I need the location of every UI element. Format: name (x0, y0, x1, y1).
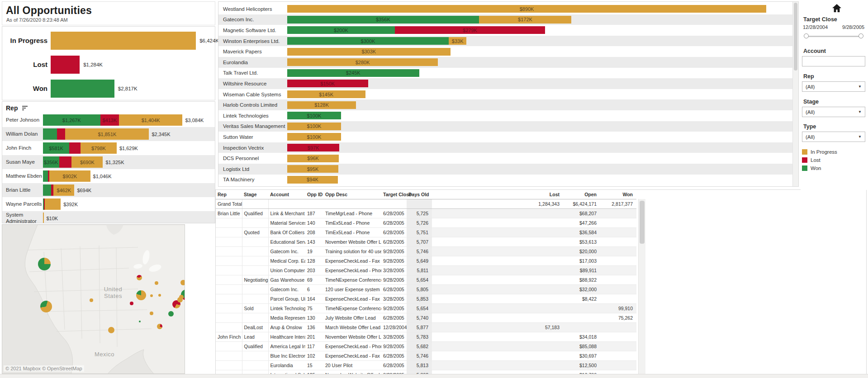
table-row[interactable]: Blue Inc Electronic102ExpenseCheckLead -… (216, 351, 636, 361)
target-close-slider[interactable] (804, 33, 863, 39)
legend-item-lost[interactable]: Lost (802, 157, 865, 163)
bar-segment[interactable]: $128K (287, 101, 356, 109)
map-marker[interactable] (130, 302, 133, 305)
bar-segment[interactable]: $581K (43, 142, 69, 154)
bar-segment[interactable]: $690K (71, 156, 103, 168)
table-row[interactable]: Gatecom Inc.6120 user Expense system6/28… (216, 285, 636, 294)
table-row[interactable]: QuotedBank Of Colliers208TimEx5Lead - Ph… (216, 228, 636, 237)
map-marker[interactable] (139, 321, 141, 322)
table-row[interactable]: John FinchLeadHealthcare Interactive201N… (216, 332, 636, 342)
legend-item-in_progress[interactable]: In Progress (802, 149, 865, 155)
bar-segment[interactable]: $462K (53, 184, 74, 196)
bar-segment[interactable] (69, 142, 81, 154)
stage-bar[interactable] (51, 56, 80, 74)
company-chart-scrollbar[interactable] (792, 2, 798, 186)
table-row[interactable]: NegotiatingGas Warehouse69TimeNExpense C… (216, 275, 636, 285)
table-row[interactable]: Media Representativ..130July Website Off… (216, 313, 636, 323)
table-row[interactable]: Union Computer203ExpenseCheckLead - Phon… (216, 266, 636, 275)
bar-segment[interactable]: $280K (287, 58, 438, 66)
map-panel[interactable]: UnitedStates Mexico © 2021 Mapbox © Open… (2, 224, 185, 374)
bar-segment[interactable]: $200K (287, 26, 395, 34)
bar-segment[interactable]: $413K (100, 114, 119, 126)
map-marker[interactable] (158, 294, 161, 297)
table-row[interactable]: Brian LittleQualifiedLink & Merchant Dis… (216, 209, 636, 218)
bar-segment[interactable] (43, 213, 44, 223)
table-row[interactable]: Educational Services ..143November Websi… (216, 237, 636, 247)
stage-bar[interactable] (51, 32, 196, 50)
table-row[interactable]: Eurolandia1520 User Pilot6/28/20055,813$… (216, 361, 636, 370)
bar-segment[interactable]: $96K (287, 155, 339, 162)
slider-handle-right[interactable] (859, 33, 863, 38)
rep-dropdown[interactable]: (All) ▼ (802, 81, 865, 92)
bar-segment[interactable]: $245K (287, 69, 419, 77)
map-marker[interactable] (168, 311, 174, 317)
table-row[interactable]: QualifiedAmerica Legal Inc.117ExpenseChe… (216, 342, 636, 351)
map-marker[interactable] (179, 295, 184, 299)
bar-segment[interactable]: $172K (479, 16, 572, 24)
map-marker[interactable] (90, 298, 93, 302)
map-marker[interactable] (38, 258, 51, 270)
bar-segment[interactable]: $279K (395, 26, 545, 34)
map-marker[interactable] (136, 290, 146, 300)
table-row[interactable]: Gatecom Inc.19Training solution for 40 u… (216, 247, 636, 256)
bar-segment[interactable]: $100K (287, 133, 341, 141)
map-marker[interactable] (108, 327, 114, 333)
stage-bar[interactable] (51, 80, 114, 98)
map-marker[interactable] (180, 280, 185, 285)
bar-segment[interactable]: $145K (287, 90, 365, 98)
bar-segment[interactable]: $97K (287, 144, 339, 151)
table-row[interactable]: Medical Corp. Eastern128ExpenseCheckLead… (216, 256, 636, 266)
table-column-header[interactable]: Target Close (381, 190, 407, 199)
bar-segment[interactable]: $890K (287, 5, 766, 13)
scrollbar-thumb[interactable] (640, 201, 645, 244)
bar-segment[interactable]: $1,267K (43, 114, 100, 126)
table-row[interactable]: Material Services140TimEx5Lead - Phone6/… (216, 218, 636, 228)
bar-segment[interactable] (57, 128, 65, 140)
table-column-header[interactable]: Opp ID (305, 190, 323, 199)
slider-handle-left[interactable] (804, 33, 809, 38)
type-dropdown[interactable]: (All) ▼ (802, 132, 865, 142)
bar-segment[interactable] (45, 198, 61, 210)
map-marker[interactable] (150, 294, 153, 297)
table-column-header[interactable]: Stage (242, 190, 268, 199)
bar-segment[interactable]: $300K (287, 37, 449, 45)
bar-segment[interactable]: $94K (287, 176, 338, 184)
map-marker[interactable] (157, 324, 162, 329)
bar-segment[interactable] (43, 184, 51, 196)
account-input[interactable] (802, 56, 865, 66)
map-marker[interactable] (150, 312, 153, 315)
bar-segment[interactable]: $100K (287, 123, 341, 130)
table-column-header[interactable]: Days Old (407, 190, 432, 199)
legend-item-won[interactable]: Won (802, 165, 865, 171)
table-scrollbar[interactable] (638, 199, 645, 374)
map-marker[interactable] (155, 281, 158, 285)
bar-segment[interactable]: $356K (287, 16, 479, 24)
table-column-header[interactable]: Open (563, 190, 600, 199)
table-column-header[interactable]: Account (268, 190, 305, 199)
table-row[interactable]: SoldLintek Technologies75TimeNExpense Co… (216, 304, 636, 313)
slider-track[interactable] (806, 36, 862, 37)
scrollbar-thumb[interactable] (794, 3, 797, 71)
stage-dropdown[interactable]: (All) ▼ (802, 107, 865, 117)
grand-total-row[interactable]: Grand Total1,284,343$6,424,1712,817,377 (216, 199, 636, 209)
bar-segment[interactable]: $150K (287, 80, 368, 87)
map-marker[interactable] (40, 301, 52, 312)
bar-segment[interactable]: $1,404K (119, 114, 182, 126)
map-marker[interactable] (137, 275, 142, 280)
table-row[interactable]: DealLostArup & Onslow136March Website Of… (216, 323, 636, 332)
bar-segment[interactable]: $798K (81, 142, 117, 154)
table-column-header[interactable]: Rep (216, 190, 242, 199)
bar-segment[interactable]: $303K (287, 48, 451, 56)
bar-segment[interactable]: $95K (287, 165, 338, 173)
bar-segment[interactable]: $1,851K (65, 128, 149, 140)
bar-segment[interactable]: $33K (449, 37, 466, 45)
bar-segment[interactable] (43, 128, 57, 140)
bar-segment[interactable]: $356K (43, 156, 59, 168)
bar-segment[interactable] (59, 156, 72, 168)
bar-segment[interactable]: $902K (49, 170, 90, 182)
table-column-header[interactable]: Lost (432, 190, 563, 199)
bar-segment[interactable]: $100K (287, 112, 341, 119)
table-column-header[interactable]: Won (600, 190, 636, 199)
table-row[interactable]: Parcel Group, Uinta164ExpenseCheckLead -… (216, 294, 636, 304)
home-icon[interactable] (832, 4, 842, 13)
